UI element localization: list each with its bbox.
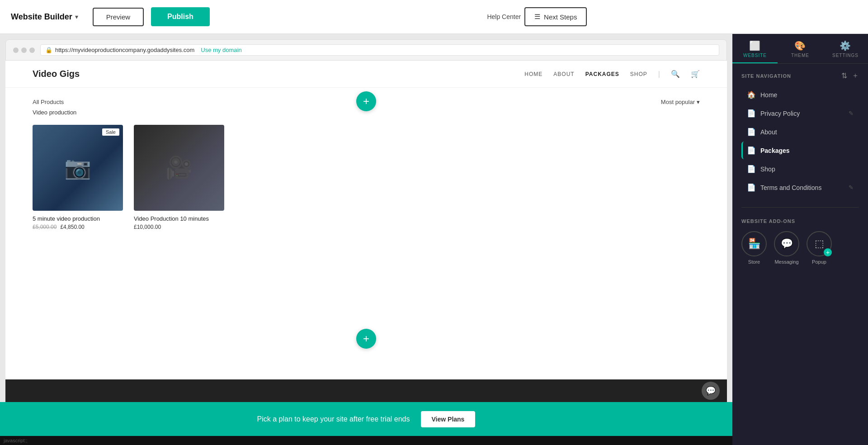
- top-bar-center: Help Center ☰ Next Steps: [217, 7, 857, 26]
- cart-icon[interactable]: 🛒: [691, 70, 700, 78]
- nav-item-terms[interactable]: 📄 Terms and Conditions ✎: [741, 179, 859, 196]
- site-logo: Video Gigs: [33, 69, 80, 79]
- nav-label-packages: Packages: [760, 147, 854, 154]
- site-nav-about[interactable]: ABOUT: [553, 71, 574, 77]
- brand-chevron-icon: ▾: [75, 13, 78, 20]
- browser-dot-3: [29, 47, 35, 53]
- sort-chevron-icon: ▾: [697, 99, 700, 105]
- store-icon: 🏪: [741, 231, 767, 256]
- messaging-icon: 💬: [774, 231, 799, 256]
- site-navigation-title: SITE NAVIGATION: [741, 73, 791, 79]
- shop-doc-icon: 📄: [747, 165, 756, 173]
- addons-section: WEBSITE ADD-ONS 🏪 Store 💬 Messaging ⬚ Po…: [732, 211, 868, 272]
- theme-tab-icon: 🎨: [794, 40, 806, 51]
- addon-store[interactable]: 🏪 Store: [741, 231, 767, 265]
- site-navbar: Video Gigs HOME ABOUT PACKAGES SHOP | 🔍 …: [5, 61, 727, 88]
- browser-dot-2: [21, 47, 27, 53]
- section-header: SITE NAVIGATION ⇅ ＋: [741, 71, 859, 80]
- next-steps-button[interactable]: ☰ Next Steps: [524, 7, 587, 26]
- url-text: https://myvideoproductioncompany.godaddy…: [55, 47, 194, 53]
- privacy-edit-icon[interactable]: ✎: [849, 110, 854, 117]
- top-bar: Website Builder ▾ Preview Publish Help C…: [0, 0, 868, 34]
- nav-label-home: Home: [760, 91, 854, 99]
- panel-tabs: ⬜ WEBSITE 🎨 THEME ⚙️ SETTINGS: [732, 34, 868, 64]
- search-icon[interactable]: 🔍: [671, 70, 680, 78]
- main-area: 🔒 https://myvideoproductioncompany.godad…: [0, 34, 868, 445]
- site-nav-shop[interactable]: SHOP: [630, 71, 647, 77]
- packages-doc-icon: 📄: [747, 146, 756, 155]
- use-domain-link[interactable]: Use my domain: [201, 47, 241, 53]
- next-steps-icon: ☰: [534, 13, 540, 21]
- preview-button[interactable]: Preview: [93, 8, 144, 26]
- bottom-banner: Pick a plan to keep your site after free…: [0, 402, 732, 436]
- tab-settings[interactable]: ⚙️ SETTINGS: [823, 34, 868, 63]
- addon-messaging[interactable]: 💬 Messaging: [774, 231, 799, 265]
- terms-edit-icon[interactable]: ✎: [849, 184, 854, 191]
- right-panel: ⬜ WEBSITE 🎨 THEME ⚙️ SETTINGS SITE NAVIG…: [732, 34, 868, 445]
- theme-tab-label: THEME: [791, 53, 809, 58]
- product-image-1: Sale: [33, 125, 123, 211]
- nav-item-privacy-policy[interactable]: 📄 Privacy Policy ✎: [741, 104, 859, 122]
- nav-item-home[interactable]: 🏠 Home: [741, 86, 859, 104]
- nav-item-shop[interactable]: 📄 Shop: [741, 160, 859, 178]
- site-nav-home[interactable]: HOME: [524, 71, 542, 77]
- addon-messaging-label: Messaging: [774, 259, 798, 265]
- product-price-2: £10,000.00: [134, 224, 161, 230]
- help-center-link[interactable]: Help Center: [487, 13, 521, 20]
- all-products-label: All Products: [33, 99, 64, 105]
- addon-popup[interactable]: ⬚ Popup: [807, 231, 832, 265]
- product-card-2[interactable]: Video Production 10 minutes £10,000.00: [134, 125, 224, 230]
- product-price-row-2: £10,000.00: [134, 224, 224, 230]
- dark-footer: 💬: [5, 379, 727, 402]
- view-plans-button[interactable]: View Plans: [421, 411, 476, 427]
- addon-popup-label: Popup: [812, 259, 826, 265]
- add-nav-item-icon[interactable]: ＋: [852, 71, 859, 80]
- status-bar: javascript:;: [0, 436, 732, 445]
- add-section-top-button[interactable]: +: [356, 91, 376, 111]
- canvas-area: 🔒 https://myvideoproductioncompany.godad…: [0, 34, 732, 445]
- nav-items-list: 🏠 Home 📄 Privacy Policy ✎ 📄 About 📄: [741, 86, 859, 196]
- site-navigation-section: SITE NAVIGATION ⇅ ＋ 🏠 Home 📄 Privacy Pol…: [732, 64, 868, 204]
- website-tab-icon: ⬜: [749, 40, 761, 51]
- home-icon: 🏠: [747, 90, 756, 99]
- terms-doc-icon: 📄: [747, 183, 756, 192]
- products-grid: Sale 5 minute video production £5,000.00…: [33, 125, 700, 230]
- next-steps-label: Next Steps: [544, 13, 577, 21]
- about-doc-icon: 📄: [747, 128, 756, 136]
- nav-label-privacy-policy: Privacy Policy: [760, 110, 844, 117]
- nav-item-about[interactable]: 📄 About: [741, 123, 859, 141]
- browser-dot-1: [13, 47, 19, 53]
- tab-theme[interactable]: 🎨 THEME: [778, 34, 823, 63]
- product-card-1[interactable]: Sale 5 minute video production £5,000.00…: [33, 125, 123, 230]
- publish-button[interactable]: Publish: [151, 7, 210, 26]
- product-image-2: [134, 125, 224, 211]
- product-title-2: Video Production 10 minutes: [134, 215, 224, 222]
- panel-divider: [741, 207, 859, 208]
- addons-title: WEBSITE ADD-ONS: [741, 218, 859, 224]
- settings-tab-label: SETTINGS: [832, 53, 859, 58]
- status-text: javascript:;: [4, 438, 28, 443]
- product-original-price-1: £5,000.00: [33, 224, 57, 230]
- addon-store-label: Store: [748, 259, 760, 265]
- address-bar[interactable]: 🔒 https://myvideoproductioncompany.godad…: [40, 44, 719, 56]
- tab-website[interactable]: ⬜ WEBSITE: [732, 34, 778, 63]
- nav-label-shop: Shop: [760, 166, 854, 173]
- nav-divider: |: [658, 70, 660, 78]
- site-nav-packages[interactable]: PACKAGES: [585, 71, 619, 77]
- section-actions: ⇅ ＋: [841, 71, 859, 80]
- chat-button[interactable]: 💬: [702, 382, 720, 400]
- settings-tab-icon: ⚙️: [840, 40, 851, 51]
- browser-dots: [13, 47, 35, 53]
- website-tab-label: WEBSITE: [743, 53, 767, 58]
- nav-item-packages[interactable]: 📄 Packages: [741, 142, 859, 159]
- sort-dropdown[interactable]: Most popular ▾: [661, 99, 700, 105]
- site-nav-links: HOME ABOUT PACKAGES SHOP | 🔍 🛒: [524, 70, 700, 78]
- banner-text: Pick a plan to keep your site after free…: [257, 415, 410, 423]
- reorder-icon[interactable]: ⇅: [841, 71, 847, 80]
- sale-badge-1: Sale: [102, 128, 119, 136]
- privacy-doc-icon: 📄: [747, 109, 756, 118]
- brand-area[interactable]: Website Builder ▾: [11, 12, 78, 22]
- nav-label-about: About: [760, 128, 854, 136]
- add-section-bottom-button[interactable]: +: [356, 329, 376, 349]
- nav-label-terms: Terms and Conditions: [760, 184, 844, 191]
